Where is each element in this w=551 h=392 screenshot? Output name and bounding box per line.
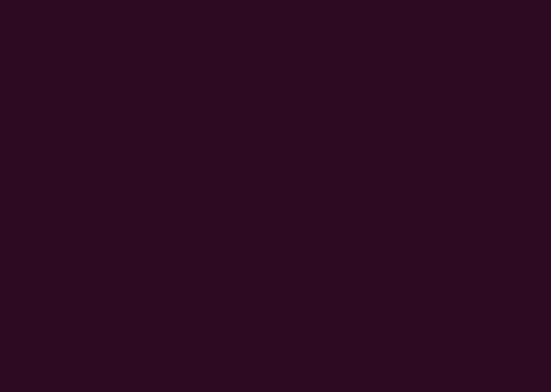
nvidia-smi-output <box>0 0 551 12</box>
